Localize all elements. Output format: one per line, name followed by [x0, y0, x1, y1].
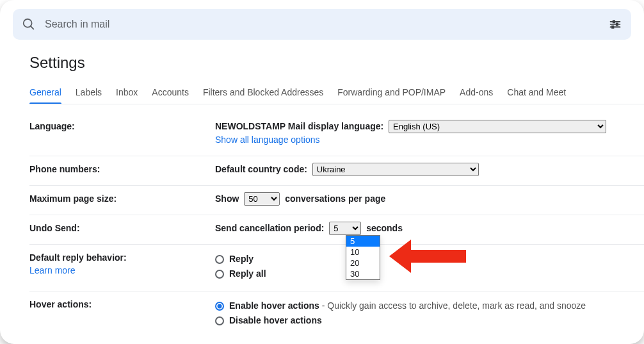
dropdown-option-20[interactable]: 20	[346, 258, 380, 268]
page-size-show: Show	[215, 193, 239, 204]
tab-general[interactable]: General	[29, 83, 61, 104]
row-phone: Phone numbers: Default country code: Ukr…	[29, 156, 644, 186]
settings-tabs: General Labels Inbox Accounts Filters an…	[29, 83, 644, 104]
row-page-size: Maximum page size: Show 50 conversations…	[29, 186, 644, 215]
enable-hover-label: Enable hover actions	[229, 300, 319, 311]
tab-accounts[interactable]: Accounts	[152, 83, 189, 104]
disable-hover-label: Disable hover actions	[229, 314, 322, 327]
search-options-icon[interactable]	[608, 17, 622, 31]
label-page-size: Maximum page size:	[29, 192, 215, 204]
row-undo-send: Undo Send: Send cancellation period: 5 s…	[29, 215, 644, 245]
search-icon	[22, 17, 36, 31]
page-size-select[interactable]: 50	[244, 192, 280, 206]
undo-suffix: seconds	[366, 223, 403, 233]
svg-rect-3	[613, 20, 615, 22]
page-title: Settings	[29, 54, 644, 72]
language-select[interactable]: English (US)	[389, 120, 606, 133]
learn-more-link[interactable]: Learn more	[29, 265, 215, 275]
dropdown-option-30[interactable]: 30	[346, 268, 380, 279]
label-default-reply-text: Default reply behavior:	[29, 252, 127, 263]
search-input[interactable]	[36, 19, 608, 30]
page-size-suffix: conversations per page	[285, 193, 385, 204]
radio-enable-hover[interactable]	[215, 302, 224, 311]
tab-forwarding[interactable]: Forwarding and POP/IMAP	[337, 83, 446, 104]
language-display-label: NEWOLDSTAMP Mail display language:	[215, 121, 383, 131]
svg-line-1	[31, 26, 34, 29]
undo-period-label: Send cancellation period:	[215, 223, 324, 233]
tab-labels[interactable]: Labels	[76, 83, 102, 104]
radio-reply-label: Reply	[229, 252, 254, 266]
radio-disable-hover[interactable]	[215, 316, 224, 325]
row-hover: Hover actions: Enable hover actions - Qu…	[29, 291, 644, 338]
dropdown-option-5[interactable]: 5	[346, 236, 380, 247]
svg-rect-5	[616, 23, 618, 25]
show-all-languages-link[interactable]: Show all language options	[215, 135, 319, 145]
tab-inbox[interactable]: Inbox	[116, 83, 138, 104]
label-phone: Phone numbers:	[29, 163, 215, 174]
row-language: Language: NEWOLDSTAMP Mail display langu…	[29, 113, 644, 156]
radio-reply-all[interactable]	[215, 270, 224, 279]
row-default-reply: Default reply behavior: Learn more Reply…	[29, 245, 644, 291]
label-language: Language:	[29, 120, 215, 131]
radio-reply-all-label: Reply all	[229, 267, 266, 281]
undo-period-dropdown[interactable]: 5 10 20 30	[346, 235, 380, 280]
tab-chat[interactable]: Chat and Meet	[507, 83, 566, 104]
label-undo: Undo Send:	[29, 222, 215, 233]
search-bar[interactable]	[13, 9, 631, 40]
label-default-reply: Default reply behavior: Learn more	[29, 251, 215, 275]
dropdown-option-10[interactable]: 10	[346, 247, 380, 258]
tab-addons[interactable]: Add-ons	[460, 83, 493, 104]
radio-reply[interactable]	[215, 255, 224, 264]
default-country-label: Default country code:	[215, 164, 307, 174]
tab-filters[interactable]: Filters and Blocked Addresses	[203, 83, 323, 104]
label-hover: Hover actions:	[29, 298, 215, 309]
country-code-select[interactable]: Ukraine	[312, 163, 479, 176]
svg-rect-7	[612, 26, 614, 28]
undo-period-select[interactable]: 5	[329, 222, 361, 235]
enable-hover-desc: - Quickly gain access to archive, delete…	[322, 300, 586, 311]
